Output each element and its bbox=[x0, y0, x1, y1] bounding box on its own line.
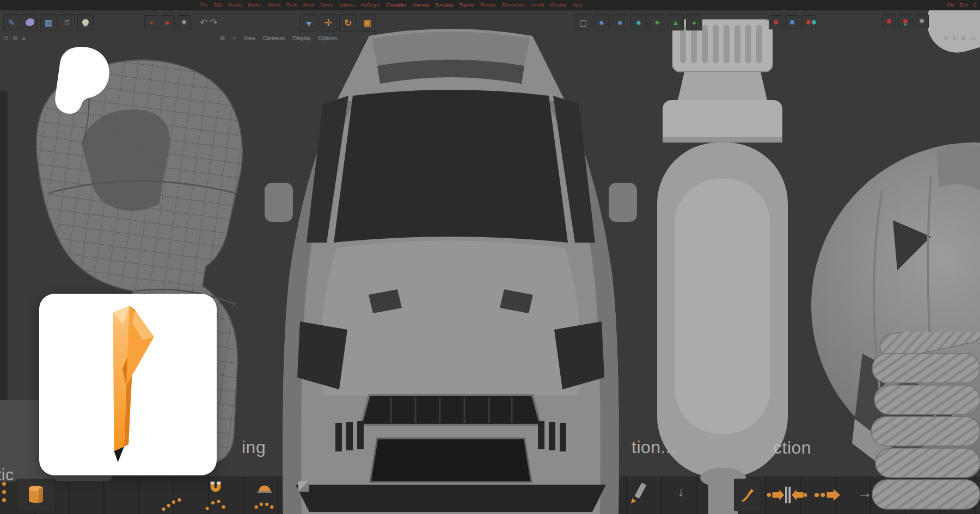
menu-create[interactable]: Create bbox=[228, 2, 242, 8]
keyframe-button[interactable] bbox=[785, 15, 799, 29]
cursor-icon: ➤ bbox=[304, 17, 314, 28]
layout-grid-button[interactable]: ▦ bbox=[40, 14, 57, 30]
material-sphere-icon: ● bbox=[636, 18, 641, 27]
falloff-dots-button-2[interactable] bbox=[199, 496, 231, 512]
grid-icon: ▦ bbox=[45, 18, 52, 27]
menu-modes[interactable]: Modes bbox=[248, 2, 262, 8]
record-icon: ● bbox=[150, 20, 154, 26]
viewport-menu-view[interactable]: View bbox=[244, 35, 256, 41]
tree-icon: ▲ bbox=[672, 19, 679, 26]
magnet-tool-button[interactable] bbox=[203, 478, 229, 496]
toolbar-cluster-h bbox=[769, 15, 816, 29]
brush-icon bbox=[739, 487, 756, 503]
menu-tracker[interactable]: Tracker bbox=[460, 2, 475, 8]
shift-right-button[interactable] bbox=[812, 483, 844, 507]
pen-tool-button[interactable]: ✎ bbox=[3, 14, 20, 30]
menu-arnold[interactable]: Arnold bbox=[531, 2, 544, 8]
zoom-camera-icon[interactable]: ⊕ bbox=[961, 35, 966, 42]
falloff-dots-button-3[interactable] bbox=[248, 496, 280, 512]
menu-window[interactable]: Window bbox=[550, 2, 566, 8]
mixed-dot-icon bbox=[903, 19, 908, 23]
undo-icon[interactable]: ↶ bbox=[200, 18, 207, 27]
material-button[interactable]: ● bbox=[630, 14, 647, 30]
snap-settings-button[interactable]: ⊡ bbox=[59, 14, 75, 30]
falloff-dots-icon bbox=[203, 497, 227, 511]
maximize-view-icon[interactable]: ▭ bbox=[970, 35, 976, 42]
arrow-dots-icon bbox=[813, 485, 843, 505]
red-teal-dot-icon bbox=[806, 20, 811, 24]
menu-mesh[interactable]: Mesh bbox=[303, 2, 315, 8]
viewport-menu-cameras[interactable]: Cameras bbox=[263, 35, 285, 41]
render-view-button[interactable]: ▢ bbox=[575, 14, 591, 30]
star-icon: ✦ bbox=[654, 18, 661, 27]
pan-camera-icon[interactable]: ✛ bbox=[944, 35, 948, 42]
menu-animate[interactable]: Animate bbox=[412, 2, 429, 8]
move-down-button[interactable]: ↓ bbox=[673, 481, 689, 503]
overlay-text-fragment-tion: tion... bbox=[632, 437, 676, 457]
overlay-text-fragment-tic: tic bbox=[0, 466, 14, 484]
axis-icon[interactable]: ⊡ bbox=[3, 35, 8, 42]
toolbar-cluster-right: ✱ bbox=[882, 14, 929, 28]
menu-volume[interactable]: Volume bbox=[339, 2, 354, 8]
brush-tool-button[interactable] bbox=[734, 479, 761, 511]
toolbar-render-cluster: ▢ ● ● ● ✦ ▲ ● bbox=[575, 14, 702, 30]
menu-right-edit[interactable]: Edit bbox=[960, 2, 968, 8]
menu-spline[interactable]: Spline bbox=[321, 2, 334, 8]
right-tile-2[interactable] bbox=[898, 14, 912, 28]
scale-icon: ▣ bbox=[363, 18, 371, 27]
ramp-falloff-button[interactable] bbox=[252, 478, 278, 496]
bottom-panel-handle[interactable] bbox=[2, 482, 6, 502]
scale-tool-button[interactable]: ▣ bbox=[359, 14, 376, 32]
sculpt-tool-button[interactable] bbox=[22, 14, 38, 30]
move-tool-button[interactable]: ✛ bbox=[320, 14, 337, 32]
autokey-button[interactable] bbox=[801, 15, 816, 29]
menu-mograph[interactable]: MoGraph bbox=[361, 2, 380, 8]
menu-file[interactable]: File bbox=[200, 2, 208, 8]
menu-help[interactable]: Help bbox=[572, 2, 581, 8]
menu-right-c[interactable]: C bbox=[973, 2, 977, 8]
bucket-tool-button[interactable] bbox=[16, 479, 56, 511]
timeline-button[interactable] bbox=[769, 15, 783, 29]
viewport-grid-icon[interactable]: ⊞ bbox=[220, 35, 225, 42]
orbit-camera-icon[interactable]: ↻ bbox=[952, 35, 957, 42]
light-tool-button[interactable] bbox=[77, 14, 94, 30]
right-tile-3[interactable]: ✱ bbox=[915, 14, 929, 28]
green-sphere-icon: ● bbox=[692, 19, 696, 26]
menu-right-file[interactable]: File bbox=[947, 2, 955, 8]
rotate-tool-button[interactable]: ↻ bbox=[339, 14, 357, 32]
play-icon: ▶ bbox=[166, 20, 170, 26]
model-car-front bbox=[260, 14, 641, 514]
menu-edit[interactable]: Edit bbox=[214, 2, 222, 8]
grid-toggle-icon[interactable]: ⊞ bbox=[13, 35, 17, 42]
list-icon[interactable]: ≡ bbox=[22, 35, 25, 42]
environment-button[interactable]: ✦ bbox=[649, 14, 665, 30]
next-step-button[interactable]: → bbox=[853, 481, 877, 505]
green-sphere-button[interactable]: ● bbox=[686, 14, 702, 30]
menu-select[interactable]: Select bbox=[267, 2, 280, 8]
align-tool-button[interactable] bbox=[764, 481, 808, 509]
align-arrows-icon bbox=[765, 482, 807, 507]
menubar-right: File Edit C bbox=[947, 0, 977, 10]
creator-avatar-card[interactable] bbox=[39, 294, 217, 475]
falloff-dots-button-1[interactable] bbox=[156, 496, 187, 512]
menu-simulate[interactable]: Simulate bbox=[436, 2, 454, 8]
menu-extensions[interactable]: Extensions bbox=[502, 2, 525, 8]
render-settings-button[interactable]: ● bbox=[593, 14, 610, 30]
record-button[interactable]: ● bbox=[144, 15, 158, 29]
menu-tools[interactable]: Tools bbox=[286, 2, 297, 8]
viewport-menu-options[interactable]: Options bbox=[318, 35, 337, 41]
cube-icon bbox=[298, 481, 309, 492]
redo-icon[interactable]: ↷ bbox=[210, 18, 217, 27]
selection-tool-button[interactable]: ➤ bbox=[300, 14, 317, 32]
settings-button[interactable]: ✱ bbox=[177, 15, 191, 29]
play-button[interactable]: ▶ bbox=[161, 15, 175, 29]
vegetation-button[interactable]: ▲ bbox=[667, 14, 684, 30]
viewport-lines-icon[interactable]: ≡ bbox=[232, 35, 236, 42]
render-queue-button[interactable]: ● bbox=[612, 14, 628, 30]
pencil-tool-button[interactable] bbox=[626, 480, 648, 506]
menu-character[interactable]: Character bbox=[386, 2, 406, 8]
viewport-menu-display[interactable]: Display bbox=[293, 35, 311, 41]
menu-render[interactable]: Render bbox=[481, 2, 496, 8]
blob-icon bbox=[26, 18, 34, 26]
right-tile-1[interactable] bbox=[882, 14, 896, 28]
